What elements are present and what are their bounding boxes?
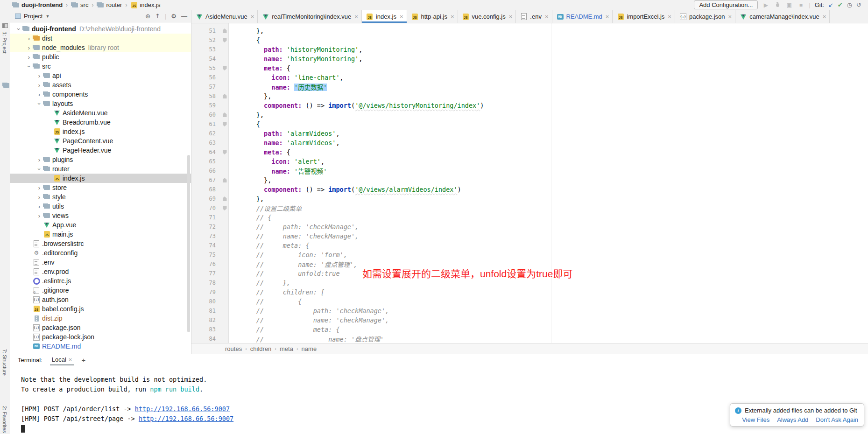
editor-tab-README.md[interactable]: README.md× (552, 10, 613, 23)
tree-item-components[interactable]: ›components (10, 90, 191, 99)
tree-item-App.vue[interactable]: App.vue (10, 220, 191, 230)
code-line-65[interactable]: 65 icon: 'alert', (191, 157, 868, 166)
tree-item-dist[interactable]: ›dist (10, 34, 191, 43)
close-icon[interactable]: × (451, 13, 454, 20)
code-line-73[interactable]: 73 // name: 'checkManage', (191, 231, 868, 241)
fold-gutter[interactable] (216, 112, 233, 117)
add-configuration-button[interactable]: Add Configuration... (694, 0, 758, 9)
terminal-link[interactable]: http://192.168.66.56:9007 (139, 415, 233, 422)
code-line-51[interactable]: 51 }, (191, 26, 868, 35)
tree-item-PageHeader.vue[interactable]: PageHeader.vue (10, 146, 191, 155)
tree-item-nodemodules[interactable]: ›node_moduleslibrary root (10, 43, 191, 52)
code-line-52[interactable]: 52 { (191, 35, 868, 45)
tree-item-babel.config.js[interactable]: babel.config.js (10, 304, 191, 314)
code-breadcrumb-item[interactable]: children (250, 345, 272, 352)
tree-item-store[interactable]: ›store (10, 183, 191, 192)
chevron-down-icon[interactable]: ▼ (45, 14, 49, 19)
tree-chevron[interactable]: › (35, 185, 43, 191)
hide-panel-icon[interactable]: — (181, 13, 187, 20)
code-line-72[interactable]: 72 // path: 'checkManage', (191, 222, 868, 231)
tree-item-.editorconfig[interactable]: ⚙.editorconfig (10, 248, 191, 258)
tree-chevron[interactable]: › (36, 100, 42, 107)
code-line-62[interactable]: 62 path: 'alarmVideos', (191, 129, 868, 138)
tree-item-duoji-frontend[interactable]: ›duoji-frontendD:\zheheWeb\duoji-fronten… (10, 24, 191, 34)
tree-chevron[interactable]: › (36, 165, 42, 173)
editor-tab-AsideMenu.vue[interactable]: AsideMenu.vue× (191, 10, 258, 23)
project-toolwindow-icon[interactable] (2, 23, 8, 28)
editor-tab-http-api.js[interactable]: http-api.js× (407, 10, 458, 23)
stop-icon[interactable]: ■ (797, 2, 804, 8)
close-icon[interactable]: × (400, 13, 403, 20)
editor-tab-realTimeMonitoringindex.vue[interactable]: realTimeMonitoring\index.vue× (258, 10, 362, 23)
rollback-icon[interactable]: ↺ (856, 1, 861, 8)
git-update-icon[interactable]: ↙ (828, 1, 833, 8)
tree-item-views[interactable]: ›views (10, 211, 191, 220)
editor-tab-cameraManageindex.vue[interactable]: cameraManage\index.vue× (735, 10, 830, 23)
fold-marker-icon[interactable] (223, 94, 227, 98)
code-line-56[interactable]: 56 icon: 'line-chart', (191, 73, 868, 82)
tree-chevron[interactable]: › (35, 213, 43, 219)
code-line-67[interactable]: 67 }, (191, 175, 868, 185)
code-line-80[interactable]: 80 // { (191, 297, 868, 306)
code-line-66[interactable]: 66 name: '告警视频' (191, 166, 868, 175)
gear-icon[interactable]: ⚙ (171, 13, 176, 20)
code-line-81[interactable]: 81 // path: 'checkManage', (191, 306, 868, 315)
code-line-54[interactable]: 54 name: 'historyMonitoring', (191, 54, 868, 63)
stripe-item-favorites[interactable]: 2: Favorites (2, 406, 7, 433)
tree-item-package-lock.json[interactable]: package-lock.json (10, 332, 191, 342)
stripe-item-structure[interactable]: 7: Structure (2, 349, 7, 376)
tree-item-index.js[interactable]: index.js (10, 127, 191, 136)
code-line-63[interactable]: 63 name: 'alarmVideos', (191, 138, 868, 147)
fold-gutter[interactable] (216, 196, 233, 201)
project-panel-title[interactable]: Project (24, 13, 42, 20)
tree-chevron[interactable]: › (25, 35, 33, 42)
code-line-58[interactable]: 58 }, (191, 91, 868, 101)
tree-item-.gitignore[interactable]: .gitignore (10, 286, 191, 295)
tree-chevron[interactable]: › (16, 25, 22, 33)
git-commit-icon[interactable]: ✔ (838, 1, 843, 8)
fold-marker-icon[interactable] (223, 28, 227, 33)
code-line-60[interactable]: 60 }, (191, 110, 868, 119)
fold-marker-icon[interactable] (223, 178, 227, 182)
code-breadcrumb-item[interactable]: meta (280, 345, 293, 352)
code-line-83[interactable]: 83 // meta: { (191, 325, 868, 334)
code-line-61[interactable]: 61 { (191, 119, 868, 129)
code-line-64[interactable]: 64 meta: { (191, 147, 868, 157)
code-breadcrumb-item[interactable]: routes (225, 345, 242, 352)
debug-icon[interactable] (774, 1, 781, 8)
editor-tab-.env[interactable]: .env× (516, 10, 552, 23)
terminal-tab-local[interactable]: Local × (50, 354, 74, 365)
project-scrollbar[interactable] (187, 155, 190, 332)
fold-gutter[interactable] (216, 66, 233, 70)
tree-chevron[interactable]: › (35, 157, 43, 163)
tree-item-layouts[interactable]: ›layouts (10, 99, 191, 108)
fold-gutter[interactable] (216, 38, 233, 42)
code-line-75[interactable]: 75 // icon: 'form', (191, 250, 868, 259)
history-clock-icon[interactable]: ◷ (847, 1, 852, 8)
fold-gutter[interactable] (216, 122, 233, 126)
code-line-68[interactable]: 68 component: () => import('@/views/alar… (191, 185, 868, 194)
tree-chevron[interactable]: › (26, 63, 32, 70)
fold-gutter[interactable] (216, 28, 233, 33)
tree-item-.browserslistrc[interactable]: .browserslistrc (10, 239, 191, 248)
fold-marker-icon[interactable] (223, 112, 227, 117)
fold-marker-icon[interactable] (223, 196, 227, 201)
fold-gutter[interactable] (216, 94, 233, 98)
close-icon[interactable]: × (354, 13, 358, 20)
tree-item-public[interactable]: ›public (10, 52, 191, 62)
close-icon[interactable]: × (69, 356, 72, 363)
code-line-53[interactable]: 53 path: 'historyMonitoring', (191, 45, 868, 54)
code-editor[interactable]: 51 },52 {53 path: 'historyMonitoring',54… (191, 23, 868, 343)
fold-marker-icon[interactable] (223, 38, 227, 42)
breadcrumb-item[interactable]: duoji-frontend (12, 1, 63, 8)
close-icon[interactable]: × (728, 13, 732, 20)
close-icon[interactable]: × (545, 13, 549, 20)
tree-item-README.md[interactable]: README.md (10, 342, 191, 351)
run-icon[interactable]: ▶ (762, 2, 769, 8)
tree-item-auth.json[interactable]: auth.json (10, 295, 191, 304)
tree-item-Breadcrumb.vue[interactable]: Breadcrumb.vue (10, 118, 191, 127)
tree-item-index.js[interactable]: index.js (10, 174, 191, 183)
fold-gutter[interactable] (216, 206, 233, 210)
tree-item-AsideMenu.vue[interactable]: AsideMenu.vue (10, 108, 191, 118)
tree-item-PageContent.vue[interactable]: PageContent.vue (10, 136, 191, 146)
